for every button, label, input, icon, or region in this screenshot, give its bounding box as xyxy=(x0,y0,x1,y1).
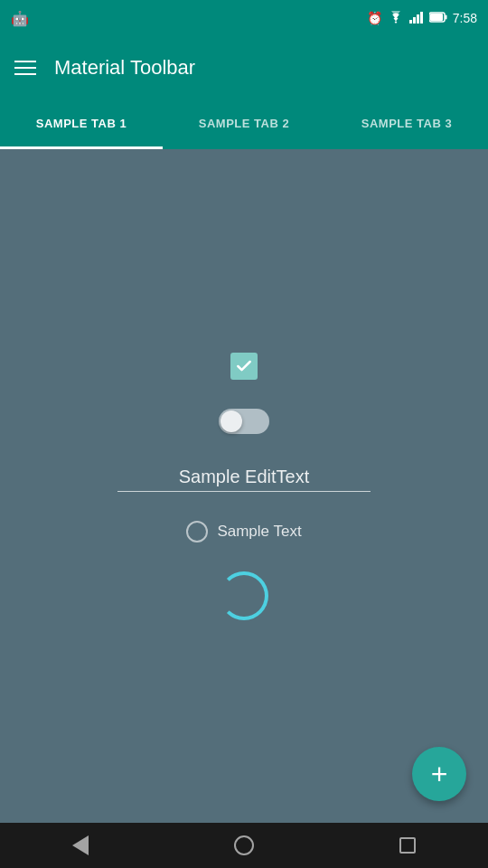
bottom-nav-bar xyxy=(0,823,488,868)
svg-rect-1 xyxy=(413,17,416,24)
svg-rect-0 xyxy=(409,20,412,24)
toggle-switch[interactable] xyxy=(219,409,269,434)
toggle-knob xyxy=(221,410,242,432)
checkbox[interactable] xyxy=(230,353,258,380)
toolbar: Material Toolbar xyxy=(0,36,488,99)
main-content: Sample Text + xyxy=(0,149,488,823)
back-icon xyxy=(72,835,89,855)
menu-button[interactable] xyxy=(14,61,36,75)
battery-icon xyxy=(429,12,447,25)
back-button[interactable] xyxy=(72,835,89,855)
svg-rect-6 xyxy=(430,14,443,21)
recents-icon xyxy=(399,837,416,854)
signal-icon xyxy=(409,11,424,26)
time-display: 7:58 xyxy=(453,11,477,25)
alarm-icon: ⏰ xyxy=(367,11,382,25)
svg-rect-5 xyxy=(445,14,446,19)
toolbar-title: Material Toolbar xyxy=(54,56,195,80)
home-button[interactable] xyxy=(234,835,254,855)
svg-rect-3 xyxy=(420,12,423,24)
android-logo: 🤖 xyxy=(11,10,29,27)
tab-sample-tab-2[interactable]: SAMPLE TAB 2 xyxy=(163,99,325,149)
recents-button[interactable] xyxy=(399,837,416,854)
fab-button[interactable]: + xyxy=(412,747,466,801)
progress-indicator xyxy=(220,571,268,620)
radio-label: Sample Text xyxy=(217,523,301,541)
checkbox-container xyxy=(230,353,258,380)
tabs-container: SAMPLE TAB 1 SAMPLE TAB 2 SAMPLE TAB 3 xyxy=(0,99,488,149)
svg-rect-2 xyxy=(417,14,419,24)
home-icon xyxy=(234,835,254,855)
sample-edittext[interactable] xyxy=(117,463,371,492)
wifi-icon xyxy=(388,11,404,26)
radio-button[interactable] xyxy=(186,521,208,542)
status-bar-right: ⏰ 7:58 xyxy=(367,11,477,26)
progress-indicator-container xyxy=(220,571,268,620)
status-bar-left: 🤖 xyxy=(11,10,29,27)
status-bar: 🤖 ⏰ xyxy=(0,0,488,36)
toggle-container xyxy=(219,409,269,434)
radio-button-container[interactable]: Sample Text xyxy=(186,521,301,542)
tab-sample-tab-1[interactable]: SAMPLE TAB 1 xyxy=(0,99,163,149)
fab-plus-icon: + xyxy=(431,760,448,788)
tab-sample-tab-3[interactable]: SAMPLE TAB 3 xyxy=(325,99,488,149)
edittext-container xyxy=(117,463,371,492)
